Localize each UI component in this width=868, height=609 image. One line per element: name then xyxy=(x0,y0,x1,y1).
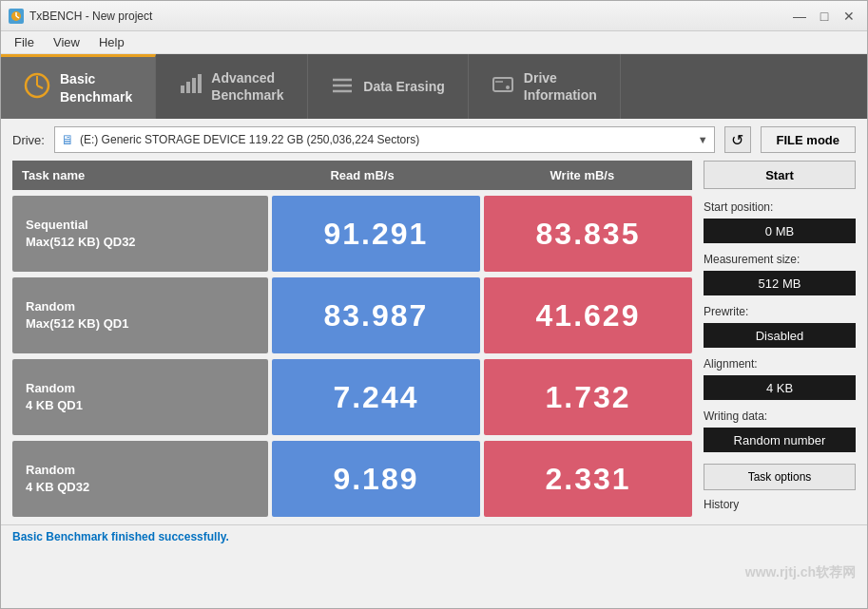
main-area: Task name Read mB/s Write mB/s Sequentia… xyxy=(1,161,867,524)
alignment-value: 4 KB xyxy=(704,375,856,400)
close-button[interactable]: ✕ xyxy=(839,6,859,27)
minimize-button[interactable]: — xyxy=(789,6,810,27)
read-value-2: 7.244 xyxy=(272,359,480,435)
prewrite-value: Disabled xyxy=(704,323,856,348)
file-mode-button[interactable]: FILE mode xyxy=(761,126,856,153)
advanced-benchmark-icon xyxy=(179,72,202,101)
tab-basic-label: BasicBenchmark xyxy=(60,70,132,105)
status-text: Basic Benchmark finished successfully. xyxy=(12,530,229,543)
write-value-2: 1.732 xyxy=(484,359,692,435)
maximize-button[interactable]: □ xyxy=(814,6,835,27)
data-erasing-icon xyxy=(331,72,354,101)
read-value-1: 83.987 xyxy=(272,277,480,353)
header-write: Write mB/s xyxy=(473,161,692,190)
writing-data-value: Random number xyxy=(704,428,856,452)
benchmark-table: Task name Read mB/s Write mB/s Sequentia… xyxy=(12,161,692,521)
drive-label: Drive: xyxy=(12,133,45,147)
tab-drive-label: DriveInformation xyxy=(524,69,597,104)
svg-point-14 xyxy=(506,86,510,89)
drive-icon: 🖥 xyxy=(61,132,74,147)
svg-rect-7 xyxy=(186,82,190,93)
tab-erasing[interactable]: Data Erasing xyxy=(308,54,469,119)
write-value-1: 41.629 xyxy=(484,277,692,353)
table-row: Random Max(512 KB) QD1 83.987 41.629 xyxy=(12,277,692,353)
drive-information-icon xyxy=(492,72,514,101)
status-bar: Basic Benchmark finished successfully. xyxy=(1,524,867,547)
header-read: Read mB/s xyxy=(252,161,472,190)
write-value-3: 2.331 xyxy=(484,441,692,517)
measurement-size-label: Measurement size: xyxy=(704,253,856,266)
table-row: Random 4 KB QD32 9.189 2.331 xyxy=(12,441,692,517)
header-task: Task name xyxy=(12,161,252,190)
tab-basic[interactable]: BasicBenchmark xyxy=(1,54,156,119)
drive-selected-text: (E:) Generic STORAGE DEVICE 119.22 GB (2… xyxy=(80,133,698,146)
svg-line-5 xyxy=(37,86,43,88)
table-row: Random 4 KB QD1 7.244 1.732 xyxy=(12,359,692,435)
table-header: Task name Read mB/s Write mB/s xyxy=(12,161,692,190)
tab-bar: BasicBenchmark AdvancedBenchmark Data Er… xyxy=(1,54,867,119)
measurement-size-value: 512 MB xyxy=(704,271,856,295)
app-icon xyxy=(9,9,24,24)
write-value-0: 83.835 xyxy=(484,196,692,272)
tab-advanced-label: AdvancedBenchmark xyxy=(211,69,283,104)
read-value-0: 91.291 xyxy=(272,196,480,272)
task-name-1: Random Max(512 KB) QD1 xyxy=(12,277,268,353)
tab-advanced[interactable]: AdvancedBenchmark xyxy=(156,54,308,119)
right-panel: Start Start position: 0 MB Measurement s… xyxy=(704,161,856,521)
task-options-button[interactable]: Task options xyxy=(704,464,856,490)
drive-row: Drive: 🖥 (E:) Generic STORAGE DEVICE 119… xyxy=(1,119,867,161)
drive-refresh-button[interactable]: ↺ xyxy=(724,126,751,153)
title-bar-text: TxBENCH - New project xyxy=(29,10,152,23)
history-label: History xyxy=(704,498,856,511)
svg-rect-8 xyxy=(192,78,196,93)
basic-benchmark-icon xyxy=(24,72,50,105)
title-bar: TxBENCH - New project — □ ✕ xyxy=(1,1,867,31)
svg-rect-13 xyxy=(493,78,512,91)
start-button[interactable]: Start xyxy=(704,161,856,189)
task-name-3: Random 4 KB QD32 xyxy=(12,441,268,517)
prewrite-label: Prewrite: xyxy=(704,305,856,318)
menu-help[interactable]: Help xyxy=(89,33,134,51)
tab-drive[interactable]: DriveInformation xyxy=(469,54,621,119)
refresh-icon: ↺ xyxy=(731,131,743,149)
drive-select-wrapper[interactable]: 🖥 (E:) Generic STORAGE DEVICE 119.22 GB … xyxy=(54,126,715,153)
drive-dropdown-icon: ▼ xyxy=(698,134,708,145)
writing-data-label: Writing data: xyxy=(704,409,856,423)
task-name-2: Random 4 KB QD1 xyxy=(12,359,268,435)
alignment-label: Alignment: xyxy=(704,357,856,371)
start-position-value: 0 MB xyxy=(704,219,856,243)
menu-file[interactable]: File xyxy=(5,33,44,51)
menu-view[interactable]: View xyxy=(44,33,89,51)
table-row: Sequential Max(512 KB) QD32 91.291 83.83… xyxy=(12,196,692,272)
watermark: www.rjtj.ch软荐网 xyxy=(745,564,856,581)
svg-rect-9 xyxy=(198,74,202,93)
tab-erasing-label: Data Erasing xyxy=(363,78,445,95)
start-position-label: Start position: xyxy=(704,200,856,214)
menu-bar: File View Help xyxy=(1,31,867,54)
read-value-3: 9.189 xyxy=(272,441,480,517)
svg-rect-6 xyxy=(181,86,184,93)
task-name-0: Sequential Max(512 KB) QD32 xyxy=(12,196,268,272)
title-bar-controls: — □ ✕ xyxy=(789,6,859,27)
